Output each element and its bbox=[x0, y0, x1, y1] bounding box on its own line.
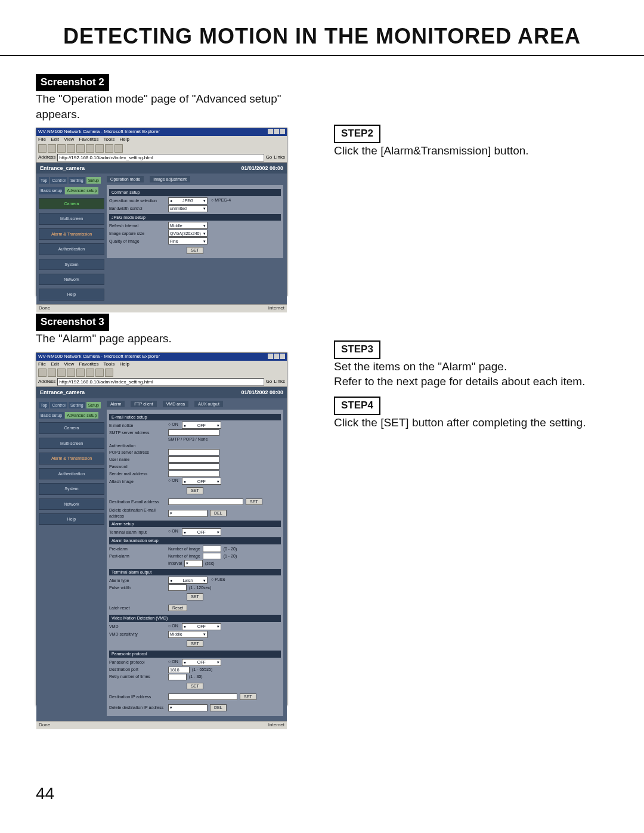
window-buttons[interactable] bbox=[268, 129, 285, 135]
window-buttons[interactable] bbox=[268, 354, 285, 360]
pana-dest-set[interactable]: SET bbox=[240, 693, 256, 700]
sidebar-auth[interactable]: Authentication bbox=[39, 468, 104, 479]
browser-toolbar[interactable] bbox=[38, 143, 285, 154]
window-title: WV-NM100 Network Camera - Microsoft Inte… bbox=[38, 354, 160, 360]
pop3-field[interactable] bbox=[168, 449, 219, 456]
post-num-field[interactable] bbox=[203, 553, 221, 559]
latch-label: Latch reset bbox=[109, 605, 166, 611]
pre-num-field[interactable] bbox=[203, 546, 221, 552]
email-set-button[interactable]: SET bbox=[187, 487, 203, 494]
reset-button[interactable]: Reset bbox=[168, 605, 187, 611]
set-button[interactable]: SET bbox=[187, 247, 203, 253]
quality-select[interactable]: Fine bbox=[168, 237, 208, 244]
tab-top[interactable]: Top bbox=[39, 177, 49, 184]
bandwidth-label: Bandwidth control bbox=[109, 206, 166, 211]
del-dest-label: Delete destination E-mail address bbox=[109, 507, 166, 519]
pass-field[interactable] bbox=[168, 463, 219, 470]
alarm-set-button[interactable]: SET bbox=[187, 593, 203, 600]
step2-label: STEP2 bbox=[334, 125, 380, 143]
go-button[interactable]: Go bbox=[266, 154, 273, 161]
sender-field[interactable] bbox=[168, 470, 219, 477]
tab-setup[interactable]: Setup bbox=[86, 177, 101, 184]
sidebar: Top Control Setting Setup Basic setup Ad… bbox=[36, 174, 107, 304]
dest-set[interactable]: SET bbox=[246, 498, 262, 505]
size-select[interactable]: QVGA(320x240) bbox=[168, 230, 208, 237]
sidebar-system[interactable]: System bbox=[39, 259, 104, 270]
sidebar-multiscreen[interactable]: Multi-screen bbox=[39, 213, 104, 224]
tab-setup[interactable]: Setup bbox=[86, 402, 101, 408]
attach-radios[interactable]: ON OFF bbox=[168, 478, 221, 485]
tab-top[interactable]: Top bbox=[39, 402, 49, 408]
vmd-set-button[interactable]: SET bbox=[187, 640, 203, 647]
user-label: User name bbox=[109, 457, 166, 462]
email-notice-radios[interactable]: ON OFF bbox=[168, 422, 221, 429]
step4-text: Click the [SET] button after completing … bbox=[334, 415, 608, 431]
pass-label: Password bbox=[109, 464, 166, 469]
pana-port-field[interactable]: 1818 bbox=[168, 667, 190, 673]
browser-menu[interactable]: File Edit View Favorites Tools Help bbox=[38, 137, 285, 143]
tab-basic-setup[interactable]: Basic setup bbox=[39, 412, 64, 419]
status-left: Done bbox=[39, 305, 50, 312]
interval-select[interactable] bbox=[184, 560, 203, 567]
refresh-select[interactable]: Middle bbox=[168, 222, 208, 229]
dest-field[interactable] bbox=[168, 498, 243, 505]
sidebar-alarm-trans[interactable]: Alarm & Transmission bbox=[39, 453, 104, 464]
browser-toolbar[interactable] bbox=[38, 367, 285, 378]
pana-del-button[interactable]: DEL bbox=[210, 704, 227, 711]
sidebar-network[interactable]: Network bbox=[39, 274, 104, 285]
term-alarm-radios[interactable]: ONOFF bbox=[168, 528, 221, 535]
sidebar-system[interactable]: System bbox=[39, 483, 104, 494]
links-label: Links bbox=[274, 154, 285, 161]
vmd-radios[interactable]: ONOFF bbox=[168, 623, 221, 630]
tab-vmd-area[interactable]: VMD area bbox=[163, 401, 189, 407]
sidebar-multiscreen[interactable]: Multi-screen bbox=[39, 438, 104, 449]
del-button[interactable]: DEL bbox=[210, 510, 227, 516]
tab-image-adjust[interactable]: Image adjustment bbox=[150, 176, 190, 182]
tab-ftp[interactable]: FTP client bbox=[131, 401, 156, 407]
step3-text1: Set the items on the "Alarm" page. bbox=[334, 359, 608, 374]
tab-operation-mode[interactable]: Operation mode bbox=[107, 176, 144, 182]
tab-control[interactable]: Control bbox=[50, 177, 67, 184]
auth-label: Authentication bbox=[109, 443, 166, 448]
user-field[interactable] bbox=[168, 456, 219, 463]
address-input[interactable] bbox=[57, 378, 264, 386]
tab-setting[interactable]: Setting bbox=[69, 177, 85, 184]
auth-hint: SMTP / POP3 / None bbox=[168, 436, 208, 442]
sidebar-alarm-trans[interactable]: Alarm & Transmission bbox=[39, 228, 104, 240]
tab-advanced-setup[interactable]: Advanced setup bbox=[65, 187, 98, 194]
op-mode-radios[interactable]: JPEG MPEG-4 bbox=[168, 197, 231, 205]
browser-menu[interactable]: File Edit View Favorites Tools Help bbox=[38, 361, 285, 368]
go-button[interactable]: Go bbox=[266, 379, 273, 385]
window-title: WV-NM100 Network Camera - Microsoft Inte… bbox=[38, 129, 160, 135]
pana-set-button[interactable]: SET bbox=[187, 683, 203, 689]
pana-del-select[interactable] bbox=[168, 704, 208, 711]
sidebar-auth[interactable]: Authentication bbox=[39, 243, 104, 255]
sender-label: Sender mail address bbox=[109, 471, 166, 476]
pana-retry-field[interactable] bbox=[168, 674, 187, 680]
sidebar-help[interactable]: Help bbox=[39, 289, 104, 300]
tab-advanced-setup[interactable]: Advanced setup bbox=[65, 412, 98, 419]
step3-label: STEP3 bbox=[334, 340, 380, 359]
sidebar-network[interactable]: Network bbox=[39, 498, 104, 510]
pana-proto-radios[interactable]: ONOFF bbox=[168, 659, 221, 666]
alarm-trans-heading: Alarm transmission setup bbox=[109, 537, 281, 544]
tab-alarm[interactable]: Alarm bbox=[107, 401, 125, 407]
bandwidth-select[interactable]: unlimited bbox=[168, 205, 208, 212]
smtp-field[interactable] bbox=[168, 429, 219, 436]
address-input[interactable] bbox=[57, 154, 264, 162]
del-dest-select[interactable] bbox=[168, 510, 208, 517]
tab-basic-setup[interactable]: Basic setup bbox=[39, 187, 64, 194]
tab-aux[interactable]: AUX output bbox=[194, 401, 223, 407]
vmd-sens-select[interactable]: Middle bbox=[168, 631, 208, 638]
pulse-field[interactable] bbox=[168, 584, 187, 591]
tab-setting[interactable]: Setting bbox=[69, 402, 85, 408]
right-column: STEP2 Click the [Alarm&Transmission] but… bbox=[334, 74, 608, 705]
pana-dest-field[interactable] bbox=[168, 693, 237, 700]
sidebar-help[interactable]: Help bbox=[39, 513, 104, 525]
sidebar-camera[interactable]: Camera bbox=[39, 198, 104, 209]
tab-control[interactable]: Control bbox=[50, 402, 67, 408]
status-right: Internet bbox=[268, 305, 284, 312]
dest-label: Destination E-mail address bbox=[109, 499, 166, 504]
sidebar-camera[interactable]: Camera bbox=[39, 422, 104, 433]
alarm-type-radios[interactable]: Latch Pulse bbox=[168, 577, 225, 584]
